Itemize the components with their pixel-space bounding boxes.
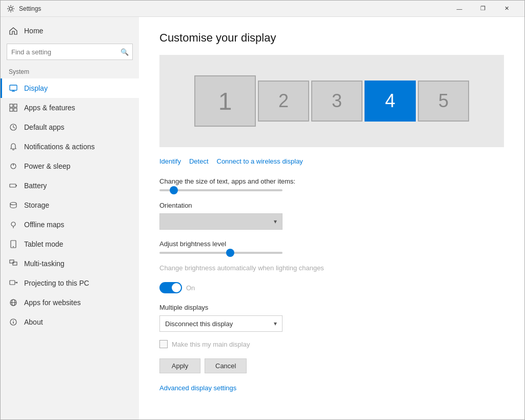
about-label: About	[24, 318, 43, 326]
display-2[interactable]: 2	[258, 81, 309, 122]
battery-icon	[9, 181, 18, 190]
power-icon	[9, 162, 18, 171]
advanced-display-link[interactable]: Advanced display settings	[159, 384, 236, 392]
settings-icon	[7, 5, 15, 13]
sidebar-item-tablet-mode[interactable]: Tablet mode	[1, 234, 139, 254]
content-area: Home 🔍 System Display	[1, 17, 524, 419]
sidebar-item-notifications[interactable]: Notifications & actions	[1, 137, 139, 156]
text-size-slider[interactable]	[159, 189, 282, 191]
sidebar-item-apps-features[interactable]: Apps & features	[1, 98, 139, 117]
sidebar-item-power-sleep[interactable]: Power & sleep	[1, 156, 139, 176]
multitasking-label: Multi-tasking	[24, 259, 65, 268]
storage-label: Storage	[24, 201, 49, 209]
multitasking-icon	[9, 259, 18, 268]
auto-brightness-toggle[interactable]	[159, 282, 182, 293]
sidebar-item-apps-websites[interactable]: Apps for websites	[1, 293, 139, 312]
sidebar-item-about[interactable]: About	[1, 312, 139, 332]
connect-wireless-link[interactable]: Connect to a wireless display	[217, 157, 303, 165]
display-links: Identify Detect Connect to a wireless di…	[159, 157, 504, 165]
default-apps-label: Default apps	[24, 123, 65, 131]
svg-point-0	[9, 7, 12, 10]
main-content: Customise your display 1 2 3 4 5 Identif…	[139, 17, 524, 419]
svg-rect-5	[14, 104, 17, 107]
search-input[interactable]	[7, 44, 133, 60]
apps-features-icon	[9, 103, 18, 112]
display-label: Display	[24, 84, 48, 92]
home-label: Home	[24, 27, 43, 35]
sidebar-item-multitasking[interactable]: Multi-tasking	[1, 254, 139, 273]
multiple-displays-value: Disconnect this display	[165, 320, 233, 328]
title-bar-controls: — ❐ ✕	[448, 1, 518, 17]
about-icon	[9, 317, 18, 327]
sidebar-item-projecting[interactable]: Projecting to this PC	[1, 273, 139, 293]
display-4[interactable]: 4	[365, 81, 416, 122]
toggle-knob	[172, 283, 181, 292]
tablet-mode-icon	[9, 239, 18, 249]
button-row: Apply Cancel	[159, 358, 504, 373]
sidebar-item-battery[interactable]: Battery	[1, 176, 139, 195]
svg-rect-12	[16, 185, 17, 186]
detect-link[interactable]: Detect	[189, 157, 209, 165]
minimize-button[interactable]: —	[448, 1, 471, 17]
multiple-displays-dropdown[interactable]: Disconnect this display ▾	[159, 315, 282, 332]
apps-websites-label: Apps for websites	[24, 298, 81, 307]
auto-brightness-toggle-row: On	[159, 282, 504, 293]
display-1[interactable]: 1	[194, 75, 256, 127]
sidebar: Home 🔍 System Display	[1, 17, 139, 419]
search-icon: 🔍	[120, 48, 129, 56]
window-title: Settings	[19, 5, 41, 12]
default-apps-icon	[9, 123, 18, 132]
main-display-row: Make this my main display	[159, 340, 504, 348]
sidebar-item-home[interactable]: Home	[1, 21, 139, 41]
apply-button[interactable]: Apply	[159, 358, 200, 373]
sidebar-item-display[interactable]: Display	[1, 78, 139, 98]
main-display-label: Make this my main display	[172, 341, 250, 348]
orientation-section: Orientation ▾	[159, 202, 504, 230]
svg-point-13	[10, 203, 16, 205]
orientation-label: Orientation	[159, 202, 504, 209]
brightness-label: Adjust brightness level	[159, 240, 504, 248]
svg-rect-7	[14, 108, 17, 111]
svg-rect-11	[10, 184, 16, 187]
svg-rect-17	[10, 260, 14, 263]
multiple-displays-section: Multiple displays Disconnect this displa…	[159, 304, 504, 332]
home-icon	[9, 26, 18, 35]
identify-link[interactable]: Identify	[159, 157, 181, 165]
apps-websites-icon	[9, 298, 18, 307]
sidebar-item-storage[interactable]: Storage	[1, 195, 139, 215]
brightness-thumb	[226, 249, 234, 257]
brightness-slider[interactable]	[159, 252, 282, 254]
sidebar-item-default-apps[interactable]: Default apps	[1, 117, 139, 137]
cancel-button[interactable]: Cancel	[205, 358, 247, 373]
storage-icon	[9, 201, 18, 210]
offline-maps-label: Offline maps	[24, 221, 64, 229]
text-size-thumb	[170, 186, 178, 194]
orientation-dropdown[interactable]: ▾	[159, 213, 282, 230]
brightness-section: Adjust brightness level	[159, 240, 504, 254]
display-5[interactable]: 5	[418, 81, 469, 122]
text-size-section: Change the size of text, apps and other …	[159, 177, 504, 191]
notifications-label: Notifications & actions	[24, 143, 95, 151]
offline-maps-icon	[9, 220, 18, 229]
sidebar-item-offline-maps[interactable]: Offline maps	[1, 215, 139, 234]
apps-features-label: Apps & features	[24, 104, 75, 112]
svg-rect-4	[10, 104, 13, 107]
projecting-icon	[9, 278, 18, 288]
svg-point-27	[13, 320, 14, 321]
battery-label: Battery	[24, 182, 47, 190]
title-bar-left: Settings	[7, 5, 41, 13]
svg-rect-6	[10, 108, 13, 111]
svg-rect-1	[10, 85, 17, 90]
projecting-label: Projecting to this PC	[24, 279, 89, 287]
auto-brightness-label: Change brightness automatically when lig…	[159, 264, 324, 272]
svg-rect-18	[13, 262, 17, 265]
auto-brightness-section: Change brightness automatically when lig…	[159, 264, 504, 272]
notifications-icon	[9, 142, 18, 151]
display-icon	[9, 84, 18, 93]
main-display-checkbox[interactable]	[159, 340, 168, 348]
search-box: 🔍	[7, 44, 133, 60]
power-sleep-label: Power & sleep	[24, 162, 70, 170]
maximize-button[interactable]: ❐	[471, 1, 495, 17]
display-3[interactable]: 3	[311, 81, 362, 122]
close-button[interactable]: ✕	[495, 1, 518, 17]
